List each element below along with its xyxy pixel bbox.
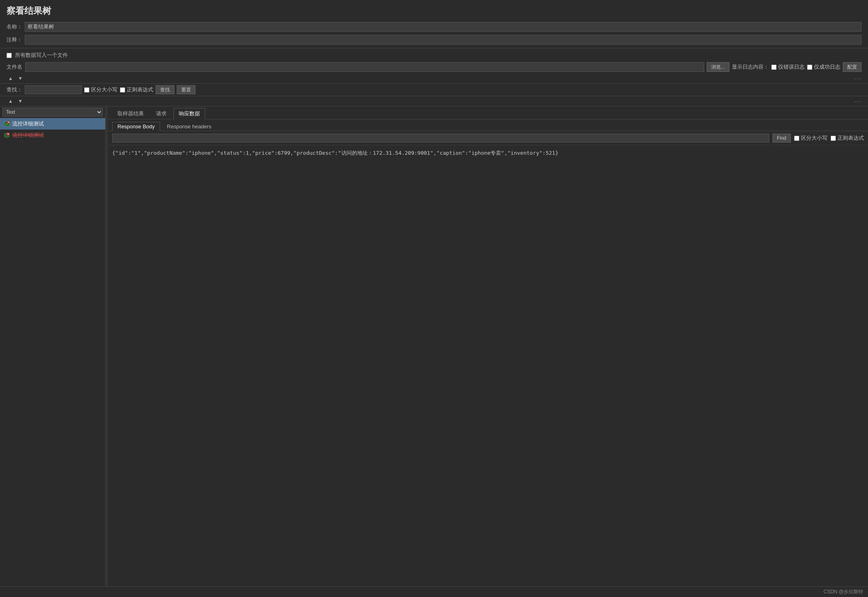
tab-response-data[interactable]: 响应数据 <box>174 108 205 119</box>
error-log-checkbox[interactable] <box>771 65 777 70</box>
find-button[interactable]: 查找 <box>156 85 174 94</box>
response-regex-label: 正则表达式 <box>838 134 864 142</box>
regex-group: 正则表达式 <box>120 86 153 93</box>
file-input[interactable] <box>25 62 704 72</box>
error-log-group: 仅错误日志 <box>771 63 805 71</box>
left-panel-toolbar: Text <box>0 106 105 118</box>
page-title: 察看结果树 <box>0 0 868 20</box>
down-arrow-btn[interactable]: ▼ <box>16 75 24 82</box>
regex-checkbox[interactable] <box>120 87 125 93</box>
case-sensitive-checkbox[interactable] <box>84 87 89 93</box>
response-content: {"id":"1","productName":"iphone","status… <box>108 145 868 586</box>
file-label: 文件名 <box>7 63 23 71</box>
left-panel: Text 流控详细测试 <box>0 106 106 586</box>
response-regex-checkbox[interactable] <box>831 136 836 141</box>
success-log-label: 仅成功日志 <box>814 63 840 71</box>
toolbar-row-1: ▲ ▼ ··· <box>0 74 868 84</box>
right-panel: 取样器结果 请求 响应数据 Response Body Response hea… <box>108 106 868 586</box>
down-arrow-btn-2[interactable]: ▼ <box>16 97 24 105</box>
sub-tabs-bar: Response Body Response headers <box>108 119 868 131</box>
note-label: 注释： <box>7 36 22 43</box>
tree-item-label: 流控详细测试 <box>12 132 44 139</box>
response-case-label: 区分大小写 <box>801 134 827 142</box>
toolbar-row-2: ▲ ▼ ··· <box>0 96 868 106</box>
tab-sampler-result[interactable]: 取样器结果 <box>112 108 149 119</box>
response-find-button[interactable]: Find <box>773 134 791 143</box>
content-area: Text 流控详细测试 <box>0 106 868 586</box>
response-find-input[interactable] <box>112 134 769 143</box>
more-options-2[interactable]: ··· <box>854 98 861 104</box>
tree-list: 流控详细测试 流控详细测试 <box>0 118 105 586</box>
search-input[interactable] <box>25 85 82 94</box>
sub-tab-response-body[interactable]: Response Body <box>112 122 160 131</box>
case-sensitive-group: 区分大小写 <box>84 86 117 93</box>
all-data-row: 所有数据写入一个文件 <box>0 50 868 61</box>
up-arrow-btn[interactable]: ▲ <box>7 75 15 82</box>
file-row: 文件名 浏览... 显示日志内容： 仅错误日志 仅成功日志 配置 <box>0 61 868 74</box>
sub-tab-response-headers[interactable]: Response headers <box>162 122 217 131</box>
success-log-checkbox[interactable] <box>807 65 812 70</box>
error-log-label: 仅错误日志 <box>778 63 805 71</box>
ok-status-icon <box>4 121 10 127</box>
tree-item-label: 流控详细测试 <box>12 120 44 128</box>
response-body-text: {"id":"1","productName":"iphone","status… <box>112 149 864 157</box>
more-options-1[interactable]: ··· <box>854 75 861 82</box>
footer-text: CSDN @步尔斯特 <box>823 588 863 595</box>
tree-item[interactable]: 流控详细测试 <box>0 118 105 130</box>
name-row: 名称： <box>0 20 868 33</box>
note-row: 注释： <box>0 33 868 46</box>
response-regex-group: 正则表达式 <box>831 134 864 142</box>
browse-button[interactable]: 浏览... <box>707 62 729 72</box>
success-log-group: 仅成功日志 <box>807 63 840 71</box>
name-input[interactable] <box>25 22 861 32</box>
note-input[interactable] <box>25 35 861 45</box>
err-status-icon <box>4 132 10 138</box>
main-tabs-bar: 取样器结果 请求 响应数据 <box>108 106 868 119</box>
search-row: 查找： 区分大小写 正则表达式 查找 重置 <box>0 84 868 96</box>
log-display-label: 显示日志内容： <box>732 63 769 71</box>
name-label: 名称： <box>7 23 22 30</box>
reset-button[interactable]: 重置 <box>177 85 195 94</box>
tab-request[interactable]: 请求 <box>151 108 172 119</box>
all-data-label: 所有数据写入一个文件 <box>15 52 68 59</box>
regex-label: 正则表达式 <box>127 86 153 93</box>
response-toolbar: Find 区分大小写 正则表达式 <box>108 131 868 145</box>
text-type-select[interactable]: Text <box>2 108 103 117</box>
response-case-checkbox[interactable] <box>794 136 799 141</box>
all-data-checkbox[interactable] <box>7 53 12 58</box>
case-sensitive-label: 区分大小写 <box>91 86 117 93</box>
search-label: 查找： <box>7 86 22 93</box>
up-arrow-btn-2[interactable]: ▲ <box>7 97 15 105</box>
response-case-group: 区分大小写 <box>794 134 827 142</box>
tree-item[interactable]: 流控详细测试 <box>0 130 105 141</box>
footer: CSDN @步尔斯特 <box>0 586 868 597</box>
config-button[interactable]: 配置 <box>843 62 861 72</box>
